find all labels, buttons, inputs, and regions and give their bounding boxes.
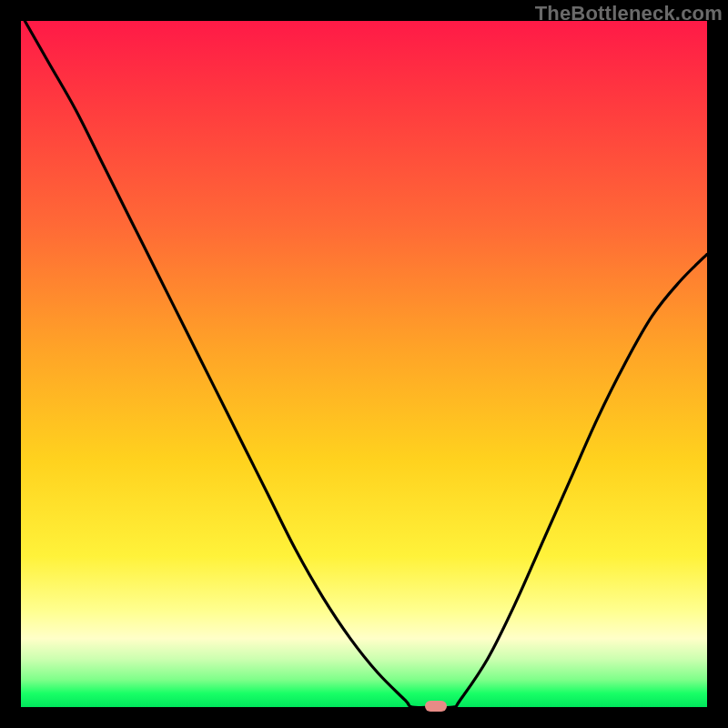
bottleneck-curve: [21, 21, 707, 707]
watermark-text: TheBottleneck.com: [535, 2, 723, 25]
chart-frame: TheBottleneck.com: [0, 0, 728, 728]
min-marker: [425, 701, 447, 712]
